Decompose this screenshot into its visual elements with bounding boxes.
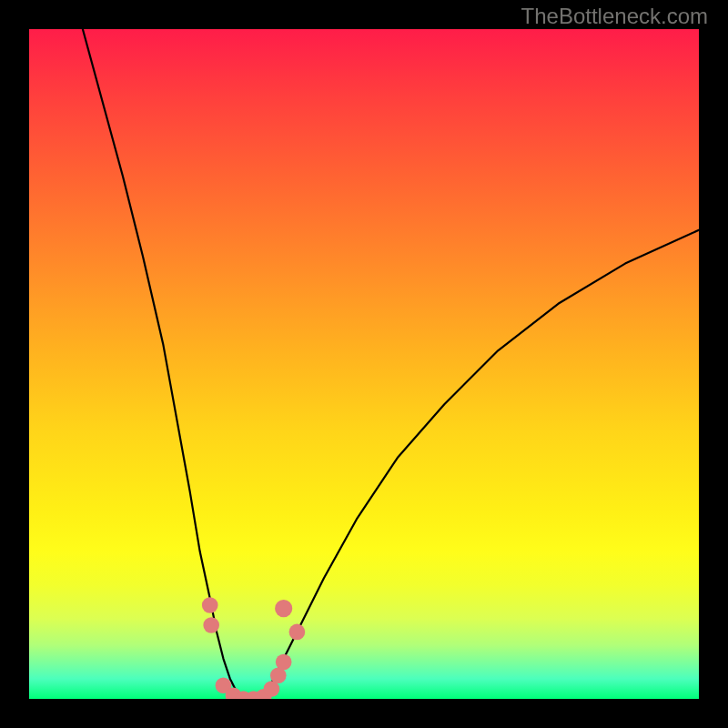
data-marker	[202, 597, 218, 613]
watermark-text: TheBottleneck.com	[521, 4, 708, 29]
chart-container: TheBottleneck.com	[0, 0, 728, 728]
curve-right-curve	[264, 230, 699, 699]
data-marker	[203, 617, 219, 633]
series-group	[83, 29, 699, 699]
data-marker	[275, 600, 292, 617]
data-marker	[276, 654, 292, 671]
chart-svg	[29, 29, 699, 699]
data-marker	[289, 624, 306, 641]
curve-left-curve	[83, 29, 240, 699]
